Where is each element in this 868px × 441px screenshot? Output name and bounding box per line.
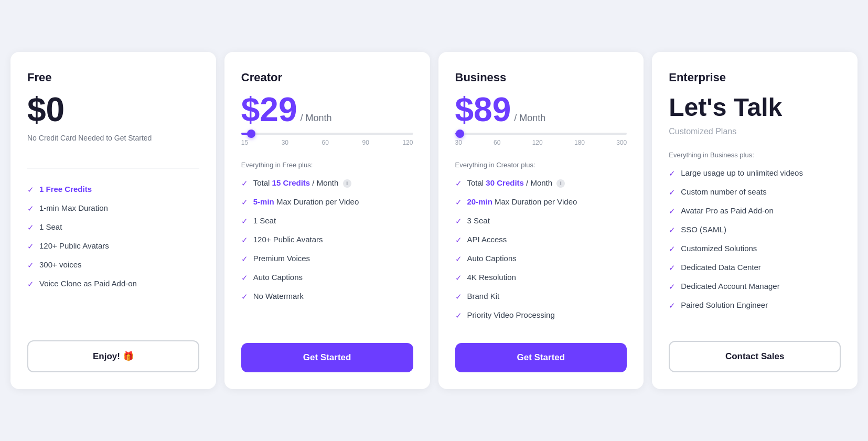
check-icon: ✓ [669,262,676,273]
feature-creator-duration: ✓ 5-min Max Duration per Video [241,196,413,208]
check-icon: ✓ [455,272,462,283]
feature-text: Total 30 Credits / Month i [467,177,565,188]
plan-card-business: Business $89 / Month 30 60 120 180 300 E… [438,52,644,389]
free-cta-button[interactable]: Enjoy! 🎁 [27,340,199,372]
feature-text: Large usage up to unlimited videos [681,167,803,178]
feature-text: Custom number of seats [681,186,766,197]
customized-label: Customized Plans [669,127,841,136]
check-icon: ✓ [455,197,462,208]
features-list-free: ✓ 1 Free Credits ✓ 1-min Max Duration ✓ … [27,184,199,326]
feature-business-credits: ✓ Total 30 Credits / Month i [455,177,627,189]
feature-creator-seat: ✓ 1 Seat [241,215,413,227]
feature-text: Total 15 Credits / Month i [253,177,351,188]
feature-text: No Watermark [253,291,304,302]
feature-text: SSO (SAML) [681,224,726,235]
feature-text: 4K Resolution [467,272,516,283]
feature-text: 120+ Public Avatars [253,234,323,245]
slider-label-5: 120 [402,139,413,146]
feature-business-api: ✓ API Access [455,234,627,245]
creator-cta-button[interactable]: Get Started [241,343,413,372]
divider-free [27,168,199,169]
feature-business-brand: ✓ Brand Kit [455,291,627,302]
features-list-business: ✓ Total 30 Credits / Month i ✓ 20-min Ma… [455,177,627,328]
price-amount-creator: $29 [241,93,297,126]
feature-free-voice-clone: ✓ Voice Clone as Paid Add-on [27,278,199,289]
feature-creator-captions: ✓ Auto Captions [241,272,413,283]
everything-label-creator: Everything in Free plus: [241,161,413,169]
features-list-enterprise: ✓ Large usage up to unlimited videos ✓ C… [669,167,841,326]
feature-enterprise-unlimited: ✓ Large usage up to unlimited videos [669,167,841,179]
check-icon: ✓ [27,260,34,271]
plan-name-free: Free [27,71,199,84]
creator-slider[interactable]: 15 30 60 90 120 [241,133,413,146]
feature-text: Auto Captions [467,253,517,264]
feature-text: Paired Solution Engineer [681,299,768,310]
everything-label-enterprise: Everything in Business plus: [669,151,841,159]
feature-free-duration: ✓ 1-min Max Duration [27,202,199,214]
slider-label-3: 120 [532,139,543,146]
check-icon: ✓ [241,291,248,302]
check-icon: ✓ [241,234,248,245]
feature-business-priority: ✓ Priority Video Processing [455,309,627,321]
slider-track [241,133,413,135]
feature-business-duration: ✓ 20-min Max Duration per Video [455,196,627,208]
feature-enterprise-engineer: ✓ Paired Solution Engineer [669,299,841,311]
business-cta-button[interactable]: Get Started [455,343,627,372]
feature-enterprise-custom: ✓ Customized Solutions [669,243,841,254]
check-icon: ✓ [669,224,676,235]
feature-text: 20-min Max Duration per Video [467,196,577,207]
everything-label-business: Everything in Creator plus: [455,161,627,169]
feature-text: 120+ Public Avatars [39,240,109,251]
check-icon: ✓ [669,168,676,179]
check-icon: ✓ [669,206,676,217]
feature-text: Dedicated Account Manager [681,281,779,292]
enjoy-label: Enjoy! 🎁 [93,351,134,362]
check-icon: ✓ [241,197,248,208]
feature-free-seat: ✓ 1 Seat [27,221,199,233]
feature-text: Priority Video Processing [467,309,555,320]
feature-text: API Access [467,234,507,245]
feature-text: 3 Seat [467,215,490,226]
feature-text: 1 Seat [39,221,62,232]
feature-business-seat: ✓ 3 Seat [455,215,627,227]
feature-business-4k: ✓ 4K Resolution [455,272,627,283]
slider-labels: 30 60 120 180 300 [455,139,627,146]
feature-text: 1 Free Credits [39,184,92,195]
price-period-business: / Month [514,113,545,124]
slider-label-5: 300 [616,139,627,146]
feature-text: 1 Seat [253,215,276,226]
slider-label-1: 30 [455,139,462,146]
check-icon: ✓ [27,184,34,195]
pricing-container: Free $0 No Credit Card Needed to Get Sta… [10,52,858,389]
enterprise-cta-button[interactable]: Contact Sales [669,341,841,372]
feature-creator-credits: ✓ Total 15 Credits / Month i [241,177,413,189]
plan-name-creator: Creator [241,71,413,84]
check-icon: ✓ [455,310,462,321]
enterprise-cta-label: Contact Sales [725,351,784,361]
check-icon: ✓ [27,241,34,252]
feature-text: Brand Kit [467,291,500,302]
feature-creator-watermark: ✓ No Watermark [241,291,413,302]
lets-talk-heading: Let's Talk [669,93,841,122]
check-icon: ✓ [241,178,248,189]
feature-enterprise-manager: ✓ Dedicated Account Manager [669,281,841,292]
feature-text: 1-min Max Duration [39,202,108,213]
price-desc-free: No Credit Card Needed to Get Started [27,133,199,154]
check-icon: ✓ [669,243,676,254]
slider-label-2: 60 [494,139,500,146]
check-icon: ✓ [669,300,676,311]
feature-business-captions: ✓ Auto Captions [455,253,627,264]
features-list-creator: ✓ Total 15 Credits / Month i ✓ 5-min Max… [241,177,413,328]
slider-label-4: 180 [574,139,585,146]
feature-enterprise-avatar: ✓ Avatar Pro as Paid Add-on [669,205,841,217]
check-icon: ✓ [27,203,34,214]
business-slider[interactable]: 30 60 120 180 300 [455,133,627,146]
plan-name-enterprise: Enterprise [669,71,841,84]
slider-label-4: 90 [362,139,369,146]
check-icon: ✓ [669,187,676,198]
price-row-business: $89 / Month [455,93,627,126]
business-cta-label: Get Started [517,352,565,362]
feature-text: Premium Voices [253,253,310,264]
plan-card-enterprise: Enterprise Let's Talk Customized Plans E… [652,52,858,389]
feature-text: Voice Clone as Paid Add-on [39,278,137,289]
